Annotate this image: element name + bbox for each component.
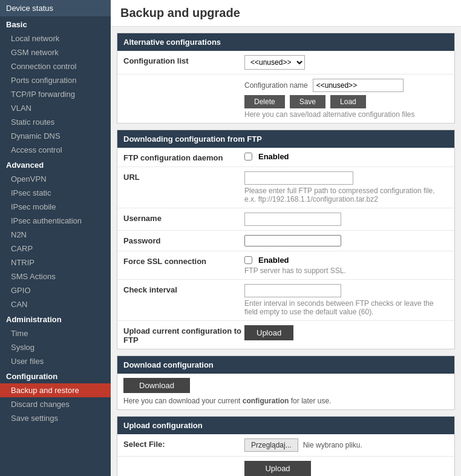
sidebar-item-time[interactable]: Time (0, 326, 111, 340)
download-config-body: Download Here you can download your curr… (117, 374, 454, 409)
alt-config-hint: Here you can save/load alternative confi… (244, 110, 448, 119)
sidebar-item-local-network[interactable]: Local network (0, 31, 111, 45)
ftp-daemon-checkbox[interactable] (244, 153, 252, 160)
sidebar-item-discard-changes[interactable]: Discard changes (0, 397, 111, 411)
sidebar-item-ipsec-authentication[interactable]: IPsec authentication (0, 214, 111, 228)
ftp-username-control (244, 213, 448, 226)
sidebar-item-save-settings[interactable]: Save settings (0, 411, 111, 425)
no-file-text: Nie wybrano pliku. (303, 441, 362, 449)
sidebar-section-administration: Administration (0, 311, 111, 326)
ftp-upload-button[interactable]: Upload (244, 325, 293, 340)
sidebar-item-can[interactable]: CAN (0, 297, 111, 311)
sidebar-item-carp[interactable]: CARP (0, 242, 111, 256)
ftp-daemon-label: FTP configuration daemon (123, 152, 244, 162)
upload-config-button[interactable]: Upload (244, 461, 311, 476)
sidebar-item-tcpip-forwarding[interactable]: TCP/IP forwarding (0, 87, 111, 101)
select-file-row: Select File: Przeglądaj... Nie wybrano p… (117, 434, 454, 457)
ftp-ssl-hint: FTP server has to support SSL. (244, 266, 448, 275)
config-list-control: <<unused>> (244, 55, 448, 70)
ftp-username-row: Username (117, 208, 454, 231)
sidebar-item-connection-control[interactable]: Connection control (0, 59, 111, 73)
sidebar: Device status Basic Local network GSM ne… (0, 0, 111, 476)
sidebar-item-static-routes[interactable]: Static routes (0, 115, 111, 129)
ftp-interval-hint: Enter interval in seconds between FTP ch… (244, 299, 448, 316)
config-name-input[interactable] (313, 79, 404, 92)
ftp-config-section: Downloading configuration from FTP FTP c… (117, 130, 455, 349)
sidebar-item-device-status[interactable]: Device status (0, 0, 111, 16)
download-config-header: Download configuration (117, 356, 454, 374)
sidebar-item-vlan[interactable]: VLAN (0, 101, 111, 115)
sidebar-item-ipsec-mobile[interactable]: IPsec mobile (0, 200, 111, 214)
browse-button[interactable]: Przeglądaj... (244, 438, 298, 452)
ftp-interval-row: Check interval Enter interval in seconds… (117, 280, 454, 321)
main-content: Backup and upgrade Alternative configura… (111, 0, 461, 476)
sidebar-item-syslog[interactable]: Syslog (0, 340, 111, 354)
config-name-control: Configuration name Delete Save Load Here… (244, 79, 448, 119)
upload-config-header: Upload configuration (117, 417, 454, 434)
delete-button[interactable]: Delete (244, 95, 285, 108)
sidebar-item-ipsec-static[interactable]: IPsec static (0, 186, 111, 200)
sidebar-section-basic: Basic (0, 16, 111, 31)
ftp-url-input[interactable] (244, 171, 353, 185)
upload-btn-label-empty (123, 461, 244, 462)
config-list-row: Configuration list <<unused>> (117, 51, 454, 74)
sidebar-item-ntrip[interactable]: NTRIP (0, 256, 111, 269)
sidebar-item-ports-configuration[interactable]: Ports configuration (0, 73, 111, 87)
select-file-label: Select File: (123, 438, 244, 449)
ftp-url-label: URL (123, 171, 244, 182)
ftp-password-row: Password (117, 231, 454, 251)
ftp-ssl-checkbox[interactable] (244, 256, 252, 264)
upload-config-body: Select File: Przeglądaj... Nie wybrano p… (117, 434, 454, 476)
content-area: Alternative configurations Configuration… (111, 27, 461, 476)
save-button[interactable]: Save (290, 95, 325, 108)
ftp-ssl-row: Force SSL connection Enabled FTP server … (117, 251, 454, 280)
config-list-select[interactable]: <<unused>> (244, 55, 305, 70)
ftp-url-control: Please enter full FTP path to compressed… (244, 171, 448, 203)
config-name-label-empty (123, 79, 244, 80)
ftp-upload-label: Upload current configuration to FTP (123, 325, 244, 345)
sidebar-item-openvpn[interactable]: OpenVPN (0, 172, 111, 186)
alt-config-body: Configuration list <<unused>> Configurat… (117, 51, 454, 123)
alt-config-header: Alternative configurations (117, 33, 454, 51)
ftp-interval-control: Enter interval in seconds between FTP ch… (244, 284, 448, 316)
sidebar-item-gpio[interactable]: GPIO (0, 283, 111, 297)
alt-config-section: Alternative configurations Configuration… (117, 33, 455, 124)
ftp-daemon-enabled-label: Enabled (258, 152, 289, 161)
ftp-password-input[interactable] (244, 235, 341, 246)
upload-btn-row: Upload (117, 457, 454, 476)
ftp-upload-control: Upload (244, 325, 448, 340)
ftp-config-body: FTP configuration daemon Enabled URL Ple… (117, 148, 454, 349)
ftp-interval-label: Check interval (123, 284, 244, 294)
ftp-daemon-row: FTP configuration daemon Enabled (117, 148, 454, 167)
sidebar-item-backup-restore[interactable]: Backup and restore (0, 383, 111, 397)
ftp-password-label: Password (123, 235, 244, 245)
sidebar-item-gsm-network[interactable]: GSM network (0, 45, 111, 59)
sidebar-item-n2n[interactable]: N2N (0, 228, 111, 242)
sidebar-item-dynamic-dns[interactable]: Dynamic DNS (0, 129, 111, 143)
download-button[interactable]: Download (123, 378, 190, 393)
select-file-control: Przeglądaj... Nie wybrano pliku. (244, 438, 448, 452)
ftp-daemon-control: Enabled (244, 152, 448, 161)
ftp-ssl-enabled-label: Enabled (258, 256, 289, 265)
download-row: Download Here you can download your curr… (117, 374, 454, 409)
download-hint-bold: configuration (243, 397, 289, 405)
sidebar-item-user-files[interactable]: User files (0, 354, 111, 368)
load-button[interactable]: Load (330, 95, 366, 108)
sidebar-item-access-control[interactable]: Access control (0, 143, 111, 157)
upload-btn-control: Upload (244, 461, 448, 476)
ftp-username-input[interactable] (244, 213, 341, 226)
download-config-section: Download configuration Download Here you… (117, 355, 455, 410)
ftp-username-label: Username (123, 213, 244, 223)
upload-config-section: Upload configuration Select File: Przegl… (117, 416, 455, 476)
ftp-password-control (244, 235, 448, 246)
ftp-ssl-control: Enabled FTP server has to support SSL. (244, 256, 448, 275)
config-name-row: Configuration name Delete Save Load Here… (117, 74, 454, 123)
download-hint: Here you can download your current confi… (123, 397, 331, 405)
config-list-label: Configuration list (123, 55, 244, 65)
ftp-config-header: Downloading configuration from FTP (117, 130, 454, 148)
config-name-text: Configuration name (244, 81, 308, 90)
ftp-url-row: URL Please enter full FTP path to compre… (117, 167, 454, 208)
sidebar-item-sms-actions[interactable]: SMS Actions (0, 269, 111, 283)
sidebar-section-configuration: Configuration (0, 368, 111, 383)
ftp-interval-input[interactable] (244, 284, 341, 297)
